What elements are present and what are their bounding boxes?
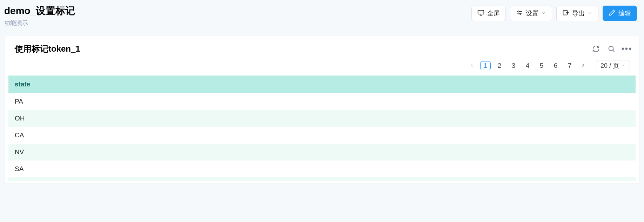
table: state PA OH CA NV SA <box>6 76 638 181</box>
table-row[interactable]: NV <box>8 144 636 161</box>
svg-rect-0 <box>478 10 484 14</box>
export-icon <box>562 9 569 18</box>
export-label: 导出 <box>572 9 585 18</box>
card-title: 使用标记token_1 <box>15 43 80 54</box>
data-card: 使用标记token_1 ••• 1 2 3 4 5 6 7 20 / 页 <box>5 36 639 183</box>
table-row[interactable]: PA <box>8 93 636 110</box>
refresh-icon[interactable] <box>592 45 600 53</box>
chevron-down-icon <box>541 10 546 17</box>
page-header: demo_设置标记 功能演示 全屏 设置 导出 <box>0 0 644 30</box>
pagination: 1 2 3 4 5 6 7 20 / 页 <box>6 58 638 76</box>
page-3[interactable]: 3 <box>508 61 519 70</box>
page-size-select[interactable]: 20 / 页 <box>596 60 630 71</box>
page-prev[interactable] <box>467 62 477 70</box>
sliders-icon <box>516 9 523 18</box>
page-5[interactable]: 5 <box>536 61 547 70</box>
edit-button[interactable]: 编辑 <box>603 6 637 21</box>
settings-label: 设置 <box>526 9 538 18</box>
page-7[interactable]: 7 <box>564 61 575 70</box>
table-header-state[interactable]: state <box>8 76 636 93</box>
page-subtitle: 功能演示 <box>4 19 75 27</box>
chevron-down-icon <box>621 63 625 68</box>
table-tail <box>8 177 636 181</box>
svg-point-4 <box>518 11 519 12</box>
table-row[interactable]: CA <box>8 127 636 144</box>
pencil-icon <box>609 9 616 18</box>
fullscreen-button[interactable]: 全屏 <box>471 6 506 21</box>
settings-button[interactable]: 设置 <box>510 6 552 21</box>
page-2[interactable]: 2 <box>494 61 505 70</box>
magnify-icon[interactable] <box>608 45 615 53</box>
more-icon[interactable]: ••• <box>623 45 631 53</box>
page-4[interactable]: 4 <box>522 61 533 70</box>
chevron-down-icon <box>588 10 592 17</box>
export-button[interactable]: 导出 <box>556 6 598 21</box>
page-next[interactable] <box>578 62 588 70</box>
page-size-label: 20 / 页 <box>601 61 619 70</box>
svg-point-8 <box>609 46 613 51</box>
svg-line-9 <box>613 50 615 52</box>
edit-label: 编辑 <box>618 9 631 18</box>
page-title: demo_设置标记 <box>4 4 75 18</box>
fullscreen-label: 全屏 <box>487 9 500 18</box>
card-header: 使用标记token_1 ••• <box>6 43 638 58</box>
page-1[interactable]: 1 <box>480 61 491 70</box>
svg-point-6 <box>520 13 521 14</box>
monitor-icon <box>477 9 484 18</box>
table-row[interactable]: OH <box>8 110 636 127</box>
card-tools: ••• <box>592 45 631 53</box>
table-row[interactable]: SA <box>8 161 636 177</box>
header-actions: 全屏 设置 导出 编辑 <box>471 4 640 21</box>
page-6[interactable]: 6 <box>550 61 561 70</box>
header-left: demo_设置标记 功能演示 <box>4 4 75 27</box>
